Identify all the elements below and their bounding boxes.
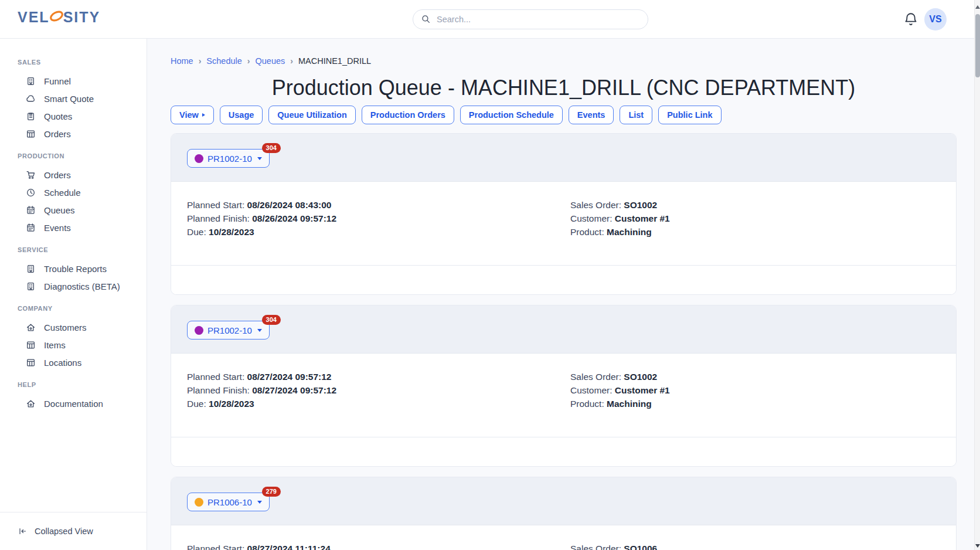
button-label: Production Schedule <box>469 110 554 120</box>
list-button[interactable]: List <box>620 106 652 124</box>
view-button[interactable]: View <box>171 106 214 124</box>
public-link-button[interactable]: Public Link <box>658 106 721 124</box>
user-avatar[interactable]: VS <box>924 8 947 30</box>
detail-value: 08/26/2024 08:43:00 <box>247 200 332 210</box>
detail-value: 08/27/2024 11:11:24 <box>247 544 331 550</box>
detail-row: Planned Finish: 08/27/2024 09:57:12 <box>187 383 570 397</box>
scrollbar-thumb[interactable] <box>975 14 980 77</box>
button-label: Queue Utilization <box>277 110 346 120</box>
sidebar-item-service-trouble-reports[interactable]: Trouble Reports <box>0 260 147 277</box>
search-icon <box>421 14 431 24</box>
sidebar-item-label: Locations <box>44 358 81 368</box>
sidebar-item-service-diagnostics-beta[interactable]: Diagnostics (BETA) <box>0 277 147 295</box>
production-schedule-button[interactable]: Production Schedule <box>460 106 563 124</box>
table-icon <box>26 340 36 350</box>
cards-list: PR1002-10304Planned Start: 08/26/2024 08… <box>171 133 957 550</box>
sidebar-item-sales-smart-quote[interactable]: Smart Quote <box>0 90 147 107</box>
caret-right-icon <box>202 113 205 117</box>
app-logo[interactable]: VEL SITY <box>18 9 100 26</box>
sidebar-section-label: PRODUCTION <box>0 152 147 166</box>
events-button[interactable]: Events <box>569 106 614 124</box>
production-order-id: PR1002-10 <box>207 154 252 164</box>
detail-label: Planned Finish: <box>187 385 252 395</box>
breadcrumb-home[interactable]: Home <box>171 56 193 66</box>
sidebar-section-label: SERVICE <box>0 246 147 260</box>
sidebar-item-label: Customers <box>44 322 87 332</box>
status-dot <box>195 326 203 335</box>
detail-row: Planned Start: 08/27/2024 09:57:12 <box>187 370 570 383</box>
sidebar-item-label: Items <box>44 340 66 350</box>
scroll-down-arrow-icon[interactable] <box>975 543 980 549</box>
chevron-down-icon <box>257 329 262 332</box>
detail-row: Customer: Customer #1 <box>570 383 956 397</box>
detail-row: Planned Start: 08/26/2024 08:43:00 <box>187 198 570 212</box>
cart-icon <box>26 170 36 180</box>
queue-card-details: Planned Start: 08/26/2024 08:43:00Planne… <box>171 182 956 265</box>
sidebar-item-company-customers[interactable]: Customers <box>0 318 147 336</box>
detail-value: 08/27/2024 09:57:12 <box>252 385 336 395</box>
page-title: Production Queue - MACHINE1_DRILL (CNC D… <box>147 75 980 101</box>
home-icon <box>26 322 36 332</box>
calendar-icon <box>26 223 36 233</box>
production-order-dropdown-button[interactable]: PR1002-10 <box>187 149 270 168</box>
production-order-dropdown-button[interactable]: PR1002-10 <box>187 321 270 339</box>
count-badge: 279 <box>262 487 281 497</box>
sidebar-item-production-events[interactable]: Events <box>0 219 147 236</box>
detail-row: Planned Finish: 08/26/2024 09:57:12 <box>187 212 570 225</box>
button-label: View <box>179 110 199 120</box>
sidebar-item-label: Orders <box>44 129 71 139</box>
breadcrumb-separator: › <box>199 56 202 66</box>
sidebar-item-sales-orders[interactable]: Orders <box>0 125 147 142</box>
queue-utilization-button[interactable]: Queue Utilization <box>268 106 355 124</box>
toolbar: ViewUsageQueue UtilizationProduction Ord… <box>171 106 957 124</box>
sidebar-item-production-schedule[interactable]: Schedule <box>0 184 147 201</box>
sidebar-item-sales-quotes[interactable]: Quotes <box>0 107 147 125</box>
sidebar-item-label: Orders <box>44 170 71 180</box>
sidebar-section-label: HELP <box>0 381 147 395</box>
building-icon <box>26 264 36 274</box>
detail-label: Sales Order: <box>570 200 624 210</box>
queue-card-header: PR1006-10279 <box>171 477 956 525</box>
top-bar: VEL SITY VS <box>0 0 980 39</box>
detail-row: Sales Order: SO1002 <box>570 198 956 212</box>
sidebar-item-production-queues[interactable]: Queues <box>0 201 147 219</box>
queue-card-header: PR1002-10304 <box>171 305 956 354</box>
search-input[interactable] <box>413 9 648 29</box>
detail-label: Product: <box>570 227 607 237</box>
sidebar-item-company-locations[interactable]: Locations <box>0 354 147 371</box>
sidebar-item-label: Diagnostics (BETA) <box>44 281 120 291</box>
sidebar-item-production-orders[interactable]: Orders <box>0 166 147 184</box>
sidebar-section-company: COMPANYCustomersItemsLocations <box>0 305 147 371</box>
sidebar-item-label: Smart Quote <box>44 94 94 104</box>
notifications-bell-icon[interactable] <box>903 12 918 27</box>
sidebar-section-label: COMPANY <box>0 305 147 318</box>
sidebar-section-service: SERVICETrouble ReportsDiagnostics (BETA) <box>0 246 147 295</box>
vertical-scrollbar[interactable] <box>974 0 980 550</box>
breadcrumb-schedule[interactable]: Schedule <box>206 56 241 66</box>
main-content: Home›Schedule›Queues›MACHINE1_DRILL Prod… <box>147 39 980 550</box>
button-label: Production Orders <box>370 110 445 120</box>
detail-value: 08/27/2024 09:57:12 <box>247 372 332 382</box>
button-label: List <box>628 110 644 120</box>
production-orders-button[interactable]: Production Orders <box>362 106 454 124</box>
clipboard-icon <box>26 111 36 121</box>
breadcrumb-separator: › <box>290 56 293 66</box>
detail-value: 08/26/2024 09:57:12 <box>252 213 336 223</box>
sidebar-item-help-documentation[interactable]: Documentation <box>0 395 147 412</box>
collapse-sidebar-button[interactable]: Collapsed View <box>0 512 147 550</box>
detail-row: Sales Order: SO1002 <box>570 370 956 383</box>
production-order-dropdown-button[interactable]: PR1006-10 <box>187 493 270 511</box>
sidebar-item-label: Trouble Reports <box>44 264 107 274</box>
sidebar-item-company-items[interactable]: Items <box>0 336 147 354</box>
sidebar-item-label: Events <box>44 223 71 233</box>
sidebar-section-sales: SALESFunnelSmart QuoteQuotesOrders <box>0 59 147 142</box>
detail-label: Planned Start: <box>187 200 247 210</box>
queue-card-details: Planned Start: 08/27/2024 11:11:24Sales … <box>171 525 956 550</box>
count-badge: 304 <box>262 143 281 153</box>
sidebar-section-help: HELPDocumentation <box>0 381 147 412</box>
sidebar-item-sales-funnel[interactable]: Funnel <box>0 72 147 90</box>
scroll-up-arrow-icon[interactable] <box>975 4 980 10</box>
breadcrumb-queues[interactable]: Queues <box>256 56 285 66</box>
breadcrumb-machine1-drill: MACHINE1_DRILL <box>298 56 371 66</box>
usage-button[interactable]: Usage <box>220 106 263 124</box>
